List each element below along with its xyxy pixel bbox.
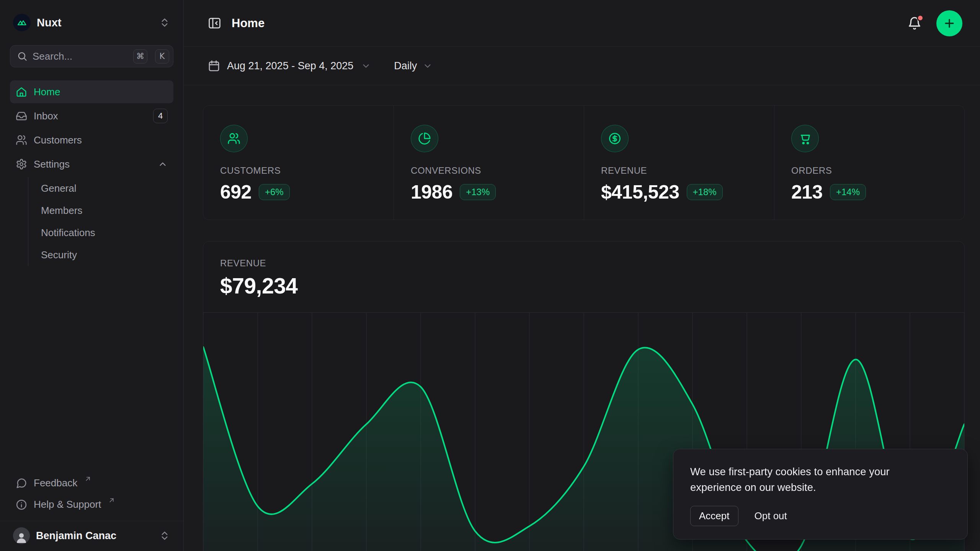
workspace-name: Nuxt [37, 16, 61, 29]
sidebar-subitem-members[interactable]: Members [41, 199, 173, 222]
gear-icon [16, 158, 27, 170]
date-range-value: Aug 21, 2025 - Sep 4, 2025 [227, 60, 353, 72]
user-menu[interactable]: Benjamin Canac [10, 521, 173, 551]
sidebar: Nuxt ⌘ K Home Inbox 4 [0, 0, 184, 551]
stats-card: CUSTOMERS 692 +6% CONVERSIONS 1986 +13% [203, 105, 965, 220]
external-link-icon [85, 476, 91, 482]
stat-conversions[interactable]: CONVERSIONS 1986 +13% [394, 106, 584, 220]
page-title: Home [232, 16, 265, 30]
chart-pie-icon [411, 125, 438, 152]
sidebar-spacer [10, 268, 173, 473]
external-link-icon [108, 497, 115, 504]
subitem-label: Members [41, 205, 82, 217]
search-input-wrap[interactable]: ⌘ K [10, 45, 173, 67]
sidebar-item-label: Settings [34, 158, 70, 170]
sidebar-subitem-general[interactable]: General [41, 177, 173, 199]
inbox-icon [16, 110, 27, 122]
plus-icon [943, 17, 956, 30]
stat-value: 692 [220, 181, 252, 203]
stat-delta-badge: +6% [259, 184, 290, 200]
chevrons-up-down-icon [159, 17, 170, 28]
feedback-label: Feedback [34, 477, 77, 489]
cookie-actions: Accept Opt out [690, 506, 951, 526]
search-icon [17, 51, 28, 62]
stat-label: REVENUE [601, 165, 757, 176]
app-root: { "accent_color": "#00dc82", "sidebar": … [0, 0, 980, 551]
filters-toolbar: Aug 21, 2025 - Sep 4, 2025 Daily [184, 47, 980, 85]
cookie-message-line1: We use first-party cookies to enhance yo… [690, 464, 951, 479]
sidebar-item-label: Customers [34, 134, 82, 146]
topbar-actions [907, 10, 962, 36]
topbar: Home [184, 0, 980, 47]
help-support-label: Help & Support [34, 499, 101, 510]
stat-customers[interactable]: CUSTOMERS 692 +6% [203, 106, 394, 220]
sidebar-subitem-notifications[interactable]: Notifications [41, 222, 173, 244]
calendar-icon [207, 59, 220, 72]
cookie-message-line2: experience on our website. [690, 479, 951, 495]
cookie-banner: We use first-party cookies to enhance yo… [673, 449, 968, 540]
sidebar-item-label: Inbox [34, 110, 58, 122]
feedback-link[interactable]: Feedback [10, 473, 173, 495]
stat-orders[interactable]: ORDERS 213 +14% [774, 106, 964, 220]
kbd-meta: ⌘ [133, 49, 147, 64]
stat-label: CUSTOMERS [220, 165, 377, 176]
kbd-k: K [155, 49, 169, 64]
settings-subnav: General Members Notifications Security [28, 177, 173, 266]
users-icon [220, 125, 248, 152]
info-circle-icon [16, 499, 27, 510]
revenue-total: $79,234 [220, 273, 947, 298]
workspace-switcher[interactable]: Nuxt [10, 11, 173, 34]
circle-dollar-icon [601, 125, 629, 152]
user-name: Benjamin Canac [36, 530, 116, 542]
stat-value: 213 [791, 181, 823, 203]
stat-revenue[interactable]: REVENUE $415,523 +18% [584, 106, 774, 220]
home-icon [16, 86, 27, 98]
stat-delta-badge: +13% [460, 184, 496, 200]
granularity-select[interactable]: Daily [394, 60, 433, 72]
stat-delta-badge: +18% [687, 184, 723, 200]
accept-button[interactable]: Accept [690, 506, 738, 526]
stat-value: 1986 [411, 181, 452, 203]
subitem-label: General [41, 183, 77, 194]
subitem-label: Notifications [41, 227, 95, 239]
stat-value: $415,523 [601, 181, 679, 203]
chevron-down-icon [423, 61, 433, 71]
sidebar-item-home[interactable]: Home [10, 80, 173, 103]
sidebar-nav: Home Inbox 4 Customers Settings Ge [10, 80, 173, 268]
chevrons-up-down-icon [159, 530, 170, 541]
nuxt-logo [13, 14, 31, 31]
sidebar-item-customers[interactable]: Customers [10, 129, 173, 152]
revenue-label: REVENUE [220, 258, 947, 269]
stat-label: CONVERSIONS [411, 165, 567, 176]
notifications-button[interactable] [907, 16, 922, 31]
granularity-value: Daily [394, 60, 417, 72]
sidebar-item-inbox[interactable]: Inbox 4 [10, 104, 173, 127]
sidebar-collapse-icon[interactable] [207, 16, 222, 30]
help-support-link[interactable]: Help & Support [10, 495, 173, 516]
date-range-picker[interactable]: Aug 21, 2025 - Sep 4, 2025 [207, 59, 371, 72]
search-input[interactable] [33, 51, 128, 62]
user-avatar [13, 527, 30, 544]
sidebar-item-settings[interactable]: Settings [10, 153, 173, 176]
users-icon [16, 134, 27, 146]
chevron-down-icon [361, 61, 371, 71]
chevron-up-icon [158, 159, 168, 169]
revenue-chart-header: REVENUE $79,234 [203, 241, 964, 298]
sidebar-subitem-security[interactable]: Security [41, 244, 173, 266]
notification-dot [917, 15, 924, 21]
stat-delta-badge: +14% [830, 184, 866, 200]
add-button[interactable] [936, 10, 962, 36]
opt-out-button[interactable]: Opt out [755, 506, 787, 526]
inbox-count-badge: 4 [153, 109, 168, 123]
shopping-cart-icon [791, 125, 819, 152]
stat-label: ORDERS [791, 165, 947, 176]
message-bubble-icon [16, 478, 27, 489]
subitem-label: Security [41, 249, 77, 261]
sidebar-item-label: Home [34, 86, 60, 98]
